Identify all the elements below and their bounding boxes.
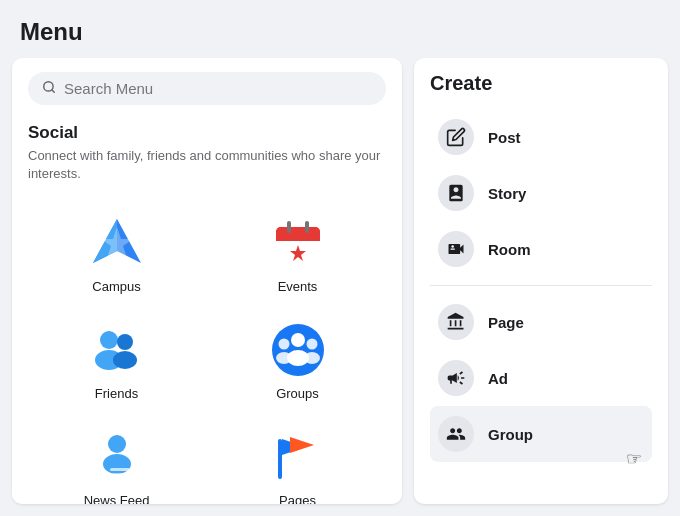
story-label: Story bbox=[488, 185, 526, 202]
group-icon bbox=[438, 416, 474, 452]
svg-point-15 bbox=[117, 334, 133, 350]
ad-label: Ad bbox=[488, 370, 508, 387]
svg-marker-30 bbox=[290, 437, 314, 453]
sidebar-item-events[interactable]: Events bbox=[209, 203, 386, 306]
room-label: Room bbox=[488, 241, 531, 258]
social-title: Social bbox=[28, 123, 386, 143]
sidebar-item-campus[interactable]: Campus bbox=[28, 203, 205, 306]
campus-label: Campus bbox=[92, 279, 140, 294]
svg-point-31 bbox=[451, 245, 454, 248]
create-item-group[interactable]: Group bbox=[430, 406, 652, 462]
svg-point-18 bbox=[291, 333, 305, 347]
page-icon bbox=[438, 304, 474, 340]
post-icon bbox=[438, 119, 474, 155]
create-title: Create bbox=[430, 72, 652, 95]
social-description: Connect with family, friends and communi… bbox=[28, 147, 386, 183]
search-bar[interactable] bbox=[28, 72, 386, 105]
svg-rect-28 bbox=[278, 439, 282, 479]
svg-point-13 bbox=[100, 331, 118, 349]
ad-icon bbox=[438, 360, 474, 396]
svg-rect-10 bbox=[287, 221, 291, 233]
svg-point-16 bbox=[113, 351, 137, 369]
friends-label: Friends bbox=[95, 386, 138, 401]
events-label: Events bbox=[278, 279, 318, 294]
page-title: Menu bbox=[0, 0, 680, 58]
post-label: Post bbox=[488, 129, 521, 146]
create-item-story[interactable]: Story bbox=[430, 165, 652, 221]
search-input[interactable] bbox=[64, 80, 372, 97]
pages-label: Pages bbox=[279, 493, 316, 504]
create-item-ad[interactable]: Ad bbox=[430, 350, 652, 406]
svg-rect-26 bbox=[110, 468, 130, 471]
create-item-page[interactable]: Page bbox=[430, 294, 652, 350]
svg-rect-11 bbox=[305, 221, 309, 233]
svg-point-20 bbox=[278, 339, 289, 350]
newsfeed-label: News Feed bbox=[84, 493, 150, 504]
room-icon bbox=[438, 231, 474, 267]
groups-label: Groups bbox=[276, 386, 319, 401]
sidebar-item-groups[interactable]: Groups bbox=[209, 310, 386, 413]
sidebar-item-pages[interactable]: Pages bbox=[209, 417, 386, 504]
social-grid: Campus bbox=[28, 203, 386, 504]
search-icon bbox=[42, 80, 56, 97]
left-panel: Social Connect with family, friends and … bbox=[12, 58, 402, 504]
svg-line-1 bbox=[52, 90, 55, 93]
story-icon bbox=[438, 175, 474, 211]
group-label: Group bbox=[488, 426, 533, 443]
svg-rect-7 bbox=[276, 234, 320, 241]
svg-point-22 bbox=[306, 339, 317, 350]
create-item-post[interactable]: Post bbox=[430, 109, 652, 165]
social-section: Social Connect with family, friends and … bbox=[28, 123, 386, 504]
right-panel: Create Post Story bbox=[414, 58, 668, 504]
divider bbox=[430, 285, 652, 286]
svg-point-24 bbox=[108, 435, 126, 453]
create-item-room[interactable]: Room bbox=[430, 221, 652, 277]
sidebar-item-newsfeed[interactable]: News Feed bbox=[28, 417, 205, 504]
sidebar-item-friends[interactable]: Friends bbox=[28, 310, 205, 413]
svg-point-21 bbox=[276, 352, 292, 364]
svg-point-23 bbox=[304, 352, 320, 364]
svg-rect-27 bbox=[112, 473, 128, 476]
page-label: Page bbox=[488, 314, 524, 331]
